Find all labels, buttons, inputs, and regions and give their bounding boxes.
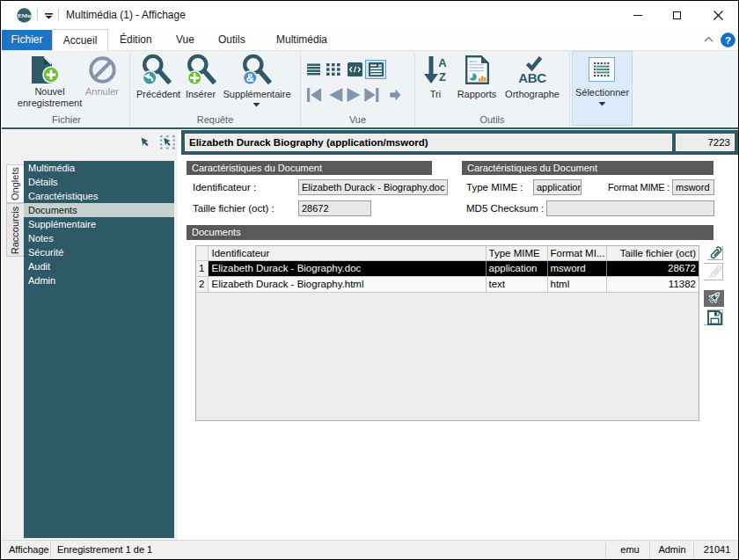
svg-text:?: ?	[725, 35, 731, 46]
svg-text:EMu: EMu	[18, 12, 31, 19]
svg-text:&: &	[246, 72, 254, 84]
svg-text:ABC: ABC	[518, 70, 546, 85]
svg-text:A: A	[438, 56, 447, 69]
svg-text:Z: Z	[439, 70, 446, 84]
